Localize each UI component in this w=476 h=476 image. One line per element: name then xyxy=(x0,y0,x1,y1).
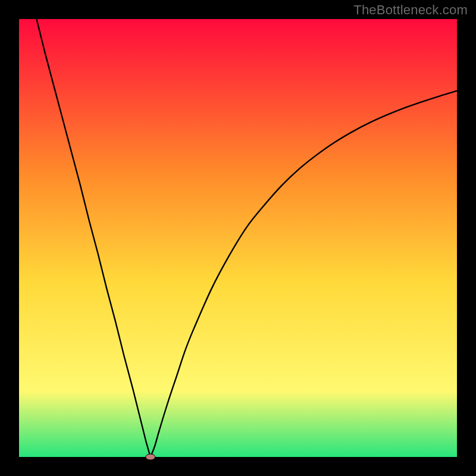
bottleneck-chart xyxy=(0,0,476,476)
plot-background xyxy=(19,19,457,457)
minimum-marker xyxy=(146,454,155,460)
watermark-label: TheBottleneck.com xyxy=(353,2,468,18)
chart-frame: TheBottleneck.com xyxy=(0,0,476,476)
